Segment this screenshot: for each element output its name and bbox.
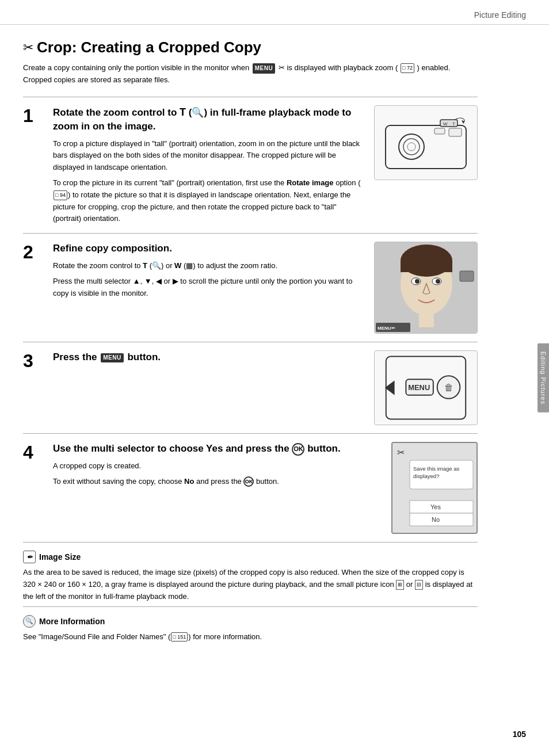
step-4-yes: Yes bbox=[206, 443, 223, 454]
svg-rect-21 bbox=[460, 271, 474, 281]
step-2-number: 2 bbox=[23, 243, 44, 261]
more-info-heading: 🔍 More Information bbox=[23, 615, 478, 628]
step-1-heading: Rotate the zoom control to T (🔍) in full… bbox=[53, 105, 364, 133]
image-size-title: Image Size bbox=[39, 552, 81, 562]
step-4-flex: Use the multi selector to choose Yes and… bbox=[53, 442, 478, 534]
step-1-number: 1 bbox=[23, 106, 44, 125]
step-4-content: Use the multi selector to choose Yes and… bbox=[53, 442, 478, 534]
step-4-body-p1: A cropped copy is created. bbox=[53, 460, 381, 472]
small-icon-2: ⊟ bbox=[415, 580, 423, 589]
step-3-image: MENU 🗑 bbox=[374, 350, 478, 425]
step-3-number: 3 bbox=[23, 352, 44, 370]
more-info-body: See "Image/Sound File and Folder Names" … bbox=[23, 631, 478, 643]
small-icon-1: ⊞ bbox=[396, 580, 404, 589]
svg-text:Save this image as: Save this image as bbox=[413, 465, 460, 472]
step-2-flex: Refine copy composition. Rotate the zoom… bbox=[53, 242, 478, 334]
step-2-body-p1: Rotate the zoom control to T (🔍) or W (▦… bbox=[53, 260, 364, 272]
svg-point-3 bbox=[407, 143, 415, 151]
step-2-face-diagram: MENU✂ bbox=[374, 242, 478, 334]
page-number: 105 bbox=[513, 730, 526, 739]
step-4-screen-diagram: ✂ Save this image as displayed? Yes bbox=[391, 442, 478, 534]
svg-text:✂: ✂ bbox=[397, 448, 405, 457]
face-svg: MENU✂ bbox=[375, 242, 478, 334]
step-4-before: Use the multi selector to choose bbox=[53, 443, 206, 454]
ok-button-icon-2: OK bbox=[243, 476, 254, 487]
menu-badge-intro: MENU bbox=[253, 63, 275, 74]
crop-icon: ✂ bbox=[23, 40, 33, 55]
svg-text:Yes: Yes bbox=[430, 503, 441, 510]
intro-ref: □ 72 bbox=[401, 63, 414, 72]
image-size-heading: ✏ Image Size bbox=[23, 551, 478, 563]
step-4-heading: Use the multi selector to choose Yes and… bbox=[53, 442, 381, 456]
svg-point-16 bbox=[415, 279, 420, 284]
screen-svg: ✂ Save this image as displayed? Yes bbox=[392, 443, 478, 534]
step2-w: W bbox=[174, 261, 181, 270]
svg-rect-9 bbox=[449, 128, 462, 136]
note-pencil-icon: ✏ bbox=[23, 551, 36, 563]
svg-text:🗑: 🗑 bbox=[444, 383, 453, 392]
menu-badge-step3: MENU bbox=[101, 353, 123, 362]
step-4-middle: and press the bbox=[226, 443, 292, 454]
step-3-menu-diagram: MENU 🗑 bbox=[374, 350, 478, 425]
ok-button-icon: OK bbox=[292, 443, 304, 456]
step-1-heading-before: Rotate the zoom control to bbox=[53, 107, 180, 118]
more-info-icon: 🔍 bbox=[23, 615, 36, 628]
intro-separator: ✂ is displayed with playback zoom ( bbox=[279, 63, 398, 72]
step-3-content: Press the MENU button. bbox=[53, 350, 478, 425]
step-4-number: 4 bbox=[23, 443, 44, 461]
step-3-heading-after: button. bbox=[127, 352, 161, 362]
side-tab: Editing Pictures bbox=[537, 343, 549, 413]
svg-text:MENU: MENU bbox=[408, 383, 430, 392]
svg-point-17 bbox=[436, 279, 440, 284]
step4-no: No bbox=[184, 477, 194, 486]
intro-text-before: Create a copy containing only the portio… bbox=[23, 63, 251, 72]
step-2-heading: Refine copy composition. bbox=[53, 242, 364, 255]
svg-rect-35 bbox=[410, 513, 473, 526]
step-1-camera-diagram: W T bbox=[374, 105, 478, 180]
more-info-title: More Information bbox=[39, 617, 105, 626]
step-3-text: Press the MENU button. bbox=[53, 350, 364, 369]
step-2-content: Refine copy composition. Rotate the zoom… bbox=[53, 242, 478, 334]
step-2-body: Rotate the zoom control to T (🔍) or W (▦… bbox=[53, 260, 364, 299]
step-2-text: Refine copy composition. Rotate the zoom… bbox=[53, 242, 364, 299]
step-3-flex: Press the MENU button. bbox=[53, 350, 478, 425]
svg-text:T: T bbox=[452, 121, 455, 127]
step-3-heading: Press the MENU button. bbox=[53, 350, 364, 364]
step-1-text: Rotate the zoom control to T (🔍) in full… bbox=[53, 105, 364, 226]
step-4-image: ✂ Save this image as displayed? Yes bbox=[391, 442, 478, 534]
step-3-heading-before: Press the bbox=[53, 352, 100, 362]
svg-rect-18 bbox=[419, 311, 434, 327]
more-info-ref: □ 151 bbox=[171, 632, 188, 642]
header-title: Picture Editing bbox=[474, 10, 526, 20]
step-1-flex: Rotate the zoom control to T (🔍) in full… bbox=[53, 105, 478, 226]
main-content: ✂ Crop: Creating a Cropped Copy Create a… bbox=[0, 25, 501, 663]
step-4-text: Use the multi selector to choose Yes and… bbox=[53, 442, 381, 487]
more-info-section: 🔍 More Information See "Image/Sound File… bbox=[23, 606, 478, 647]
step-1-content: Rotate the zoom control to T (🔍) in full… bbox=[53, 105, 478, 226]
step-2-body-p2: Press the multi selector ▲, ▼, ◀ or ▶ to… bbox=[53, 276, 364, 300]
step-4-section: 4 Use the multi selector to choose Yes a… bbox=[23, 433, 478, 542]
step1-ref94: □ 94 bbox=[54, 190, 67, 200]
step-4-after: button. bbox=[307, 443, 341, 454]
step-1-image: W T bbox=[374, 105, 478, 180]
svg-text:No: No bbox=[432, 516, 440, 523]
camera-svg: W T bbox=[380, 111, 472, 174]
page-container: Picture Editing Editing Pictures ✂ Crop:… bbox=[0, 0, 549, 756]
step-1-body-p1: To crop a picture displayed in "tall" (p… bbox=[53, 138, 364, 174]
step-4-body: A cropped copy is created. To exit witho… bbox=[53, 460, 381, 488]
svg-point-2 bbox=[403, 139, 420, 155]
svg-text:MENU✂: MENU✂ bbox=[378, 326, 395, 331]
page-title-row: ✂ Crop: Creating a Cropped Copy bbox=[23, 39, 478, 56]
intro-paragraph: Create a copy containing only the portio… bbox=[23, 62, 478, 86]
page-title: Crop: Creating a Cropped Copy bbox=[37, 39, 261, 56]
step2-t: T bbox=[143, 261, 147, 270]
svg-text:displayed?: displayed? bbox=[413, 473, 439, 479]
step-4-body-p2: To exit without saving the copy, choose … bbox=[53, 476, 381, 488]
svg-point-1 bbox=[399, 134, 424, 159]
step-1-t-key: T bbox=[180, 106, 186, 118]
svg-rect-33 bbox=[410, 501, 473, 513]
svg-rect-8 bbox=[434, 128, 445, 134]
rotate-image-bold: Rotate image bbox=[287, 178, 334, 187]
header-bar: Picture Editing bbox=[0, 0, 549, 25]
svg-rect-13 bbox=[401, 261, 452, 272]
